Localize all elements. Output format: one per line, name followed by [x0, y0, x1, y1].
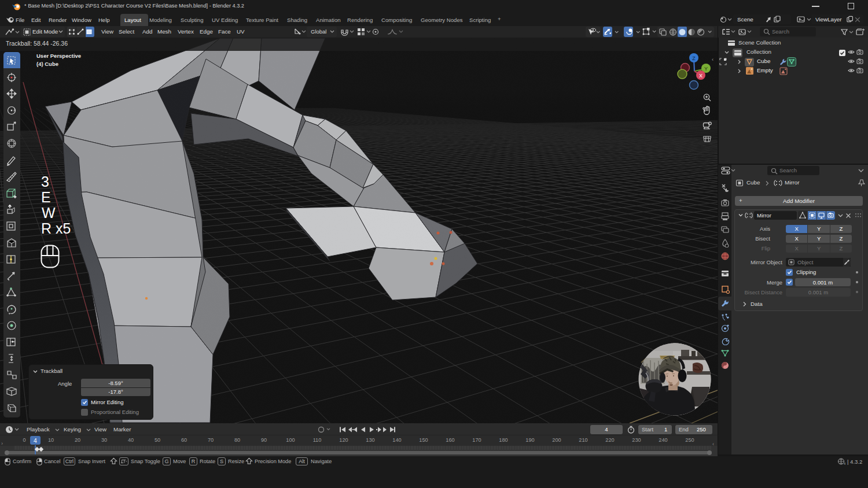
svg-text:4: 4: [844, 462, 845, 465]
svg-text:Z: Z: [692, 56, 696, 61]
svg-text:X: X: [699, 73, 703, 79]
svg-text:Y: Y: [704, 66, 708, 72]
